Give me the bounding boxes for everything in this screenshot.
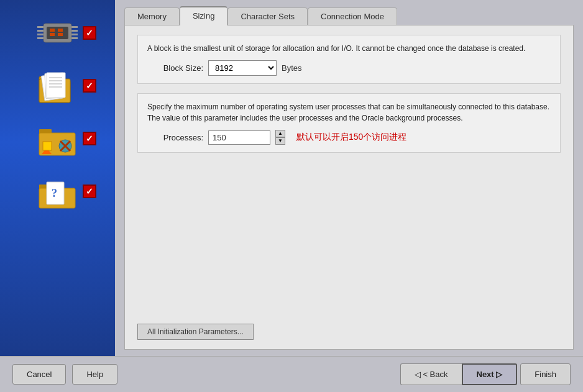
svg-rect-19 (47, 73, 65, 98)
docs-icon (34, 65, 81, 106)
svg-text:?: ? (52, 187, 57, 199)
processes-label: Processes: (147, 133, 203, 142)
next-button[interactable]: Next ▷ (462, 363, 518, 385)
init-params-button[interactable]: All Initialization Parameters... (137, 324, 254, 340)
chip-icon (34, 12, 81, 53)
processes-spinner: ▲ ▼ (275, 130, 285, 145)
svg-rect-12 (58, 29, 63, 32)
svg-rect-6 (71, 26, 78, 28)
processes-row: Processes: ▲ ▼ 默认可以开启150个访问进程 (147, 130, 551, 145)
sidebar-checkbox-4[interactable]: ✓ (83, 185, 96, 198)
svg-rect-3 (37, 30, 44, 32)
panel: A block is the smallest unit of storage … (124, 25, 574, 350)
block-size-section: A block is the smallest unit of storage … (137, 35, 561, 84)
block-size-unit: Bytes (282, 63, 302, 73)
tab-connection-mode[interactable]: Connection Mode (308, 7, 397, 25)
shapes-icon (34, 118, 81, 158)
next-label: Next (477, 370, 494, 379)
spinner-up-btn[interactable]: ▲ (275, 130, 285, 137)
processes-description: Specify the maximum number of operating … (147, 101, 551, 124)
btn-group-right: ◁ < Back Next ▷ Finish (400, 363, 571, 385)
cancel-button[interactable]: Cancel (12, 364, 66, 385)
block-size-description: A block is the smallest unit of storage … (147, 43, 551, 54)
tab-memory[interactable]: Memory (124, 7, 180, 25)
main-area: ✓ ✓ (0, 0, 583, 356)
processes-annotation: 默认可以开启150个访问进程 (296, 132, 406, 143)
svg-rect-27 (43, 142, 52, 150)
svg-rect-7 (71, 30, 78, 32)
svg-rect-2 (37, 26, 44, 28)
sidebar: ✓ ✓ (0, 0, 115, 356)
processes-input[interactable] (208, 130, 270, 145)
sidebar-item-docs: ✓ (6, 65, 109, 106)
init-params-container: All Initialization Parameters... (137, 324, 561, 340)
tab-character-sets[interactable]: Character Sets (227, 7, 308, 25)
block-size-select[interactable]: 8192 4096 16384 32768 (208, 60, 277, 76)
svg-rect-13 (58, 33, 63, 36)
back-button[interactable]: ◁ < Back (400, 363, 462, 385)
sidebar-checkbox-3[interactable]: ✓ (83, 132, 96, 145)
sidebar-checkbox-2[interactable]: ✓ (83, 79, 96, 93)
back-label: < Back (423, 370, 448, 379)
help-button[interactable]: Help (72, 364, 117, 385)
tab-sizing[interactable]: Sizing (180, 6, 227, 25)
svg-rect-9 (71, 37, 78, 39)
spacer (137, 162, 561, 314)
block-size-row: Block Size: 8192 4096 16384 32768 Bytes (147, 60, 551, 76)
svg-rect-5 (37, 37, 44, 39)
next-arrow-icon: ▷ (496, 370, 502, 379)
folder-question-icon: ? (34, 171, 81, 211)
btn-group-left: Cancel Help (12, 364, 117, 385)
svg-rect-11 (50, 33, 55, 36)
svg-rect-4 (37, 34, 44, 35)
sidebar-item-shapes: ✓ (6, 118, 109, 158)
bottom-bar: Cancel Help ◁ < Back Next ▷ Finish (0, 356, 583, 392)
tabs-row: Memory Sizing Character Sets Connection … (124, 6, 574, 25)
content-area: Memory Sizing Character Sets Connection … (115, 0, 583, 356)
sidebar-checkbox-1[interactable]: ✓ (83, 26, 96, 40)
processes-section: Specify the maximum number of operating … (137, 93, 561, 153)
svg-rect-10 (50, 29, 55, 32)
sidebar-item-folder: ? ✓ (6, 171, 109, 211)
sidebar-item-chip: ✓ (6, 12, 109, 53)
svg-rect-8 (71, 34, 78, 35)
back-arrow-icon: ◁ (415, 370, 421, 379)
block-size-label: Block Size: (147, 63, 203, 73)
finish-button[interactable]: Finish (520, 363, 571, 385)
spinner-down-btn[interactable]: ▼ (275, 137, 285, 145)
